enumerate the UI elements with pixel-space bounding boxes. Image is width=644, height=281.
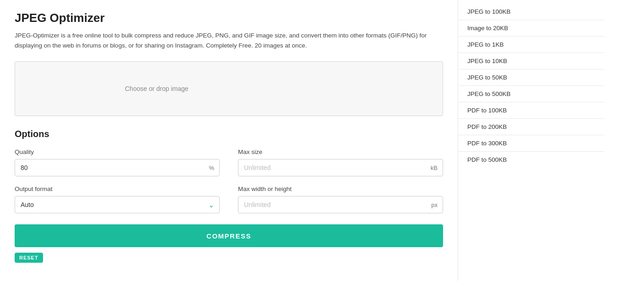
sidebar-link-5[interactable]: JPEG to 500KB [458, 86, 604, 102]
sidebar-link-6[interactable]: PDF to 100KB [458, 102, 604, 119]
maxsize-field: Max size kB [238, 148, 443, 176]
sidebar-link-2[interactable]: JPEG to 1KB [458, 37, 604, 53]
page-description: JPEG-Optimizer is a free online tool to … [15, 31, 443, 50]
maxdim-input[interactable] [238, 196, 443, 213]
main-content: JPEG Optimizer JPEG-Optimizer is a free … [0, 0, 458, 281]
sidebar-link-8[interactable]: PDF to 300KB [458, 135, 604, 152]
maxsize-label: Max size [238, 148, 443, 155]
maxsize-input-wrapper: kB [238, 159, 443, 176]
reset-button[interactable]: RESET [15, 253, 43, 263]
compress-button[interactable]: COMPRESS [15, 224, 443, 247]
sidebar: JPEG to 100KBImage to 20KBJPEG to 1KBJPE… [458, 0, 604, 281]
maxsize-input[interactable] [238, 159, 443, 176]
maxdim-label: Max width or height [238, 186, 443, 192]
output-format-wrapper: Auto JPEG PNG GIF ⌄ [15, 196, 220, 213]
maxdim-field: Max width or height px [238, 186, 443, 213]
output-format-select[interactable]: Auto JPEG PNG GIF [15, 196, 220, 213]
quality-label: Quality [15, 148, 220, 155]
quality-input[interactable] [15, 159, 220, 176]
options-title: Options [15, 129, 443, 139]
sidebar-link-4[interactable]: JPEG to 50KB [458, 69, 604, 86]
options-grid: Quality % Max size kB Output format [15, 148, 443, 213]
drop-zone-label: Choose or drop image [125, 85, 189, 92]
quality-field: Quality % [15, 148, 220, 176]
output-format-label: Output format [15, 186, 220, 192]
sidebar-link-1[interactable]: Image to 20KB [458, 20, 604, 37]
quality-input-wrapper: % [15, 159, 220, 176]
sidebar-link-9[interactable]: PDF to 500KB [458, 152, 604, 168]
sidebar-link-3[interactable]: JPEG to 10KB [458, 53, 604, 69]
output-format-field: Output format Auto JPEG PNG GIF ⌄ [15, 186, 220, 213]
sidebar-link-0[interactable]: JPEG to 100KB [458, 4, 604, 20]
drop-zone[interactable]: Choose or drop image [15, 61, 443, 116]
maxdim-input-wrapper: px [238, 196, 443, 213]
sidebar-link-7[interactable]: PDF to 200KB [458, 119, 604, 135]
page-title: JPEG Optimizer [15, 11, 443, 25]
sidebar-links: JPEG to 100KBImage to 20KBJPEG to 1KBJPE… [458, 4, 604, 168]
